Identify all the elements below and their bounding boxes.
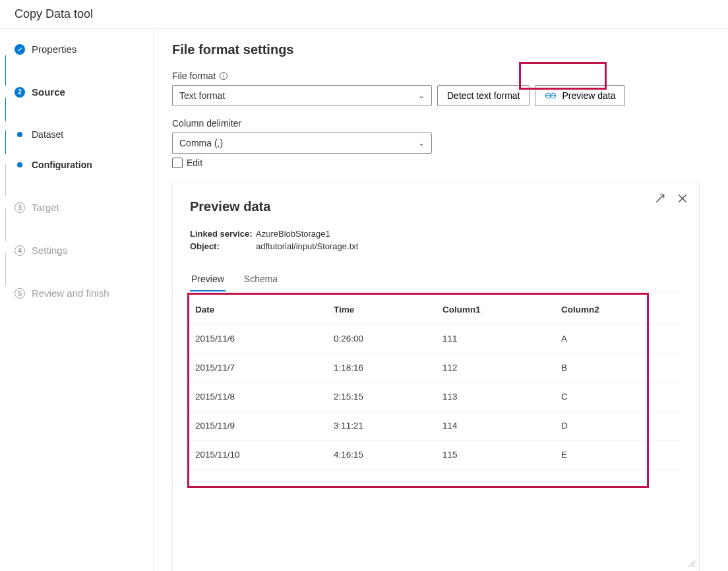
resize-handle-icon[interactable]	[687, 559, 696, 568]
table-header-row: Date Time Column1 Column2	[190, 295, 682, 324]
main-pane: File format settings File format i Text …	[154, 29, 728, 571]
preview-data-button[interactable]: Preview data	[535, 85, 625, 106]
table-cell: 2015/11/7	[190, 353, 328, 382]
table-cell: 3:11:21	[328, 411, 437, 440]
table-cell: 113	[437, 382, 556, 411]
table-cell: 2015/11/10	[190, 440, 328, 469]
panel-tabs: Preview Schema	[190, 268, 682, 291]
chevron-down-icon: ⌄	[418, 91, 425, 100]
step-label: Settings	[32, 245, 67, 256]
window-title-bar: Copy Data tool	[0, 0, 728, 29]
table-cell: D	[556, 411, 682, 440]
table-cell: 2:15:15	[328, 382, 437, 411]
col-header: Column2	[556, 295, 682, 324]
page-title: Copy Data tool	[15, 7, 93, 21]
step-number-icon: 4	[15, 245, 25, 256]
file-format-select[interactable]: Text format ⌄	[172, 85, 432, 106]
step-label: Source	[32, 86, 65, 98]
substep-dataset[interactable]: Dataset	[15, 129, 153, 140]
column-delimiter-label: Column delimiter	[172, 118, 710, 129]
substep-label: Configuration	[32, 160, 92, 170]
preview-data-panel: Preview data Linked service: AzureBlobSt…	[172, 183, 700, 571]
col-header: Time	[328, 295, 437, 324]
step-number-icon: 3	[15, 202, 25, 213]
detect-format-button[interactable]: Detect text format	[437, 85, 530, 106]
panel-title: Preview data	[190, 199, 682, 214]
table-cell: E	[556, 440, 682, 469]
object-label: Object:	[190, 241, 256, 251]
tab-preview[interactable]: Preview	[190, 268, 226, 291]
expand-icon[interactable]	[654, 193, 666, 204]
checkmark-icon	[15, 44, 25, 55]
close-icon[interactable]	[677, 193, 688, 204]
select-value: Comma (,)	[179, 138, 223, 148]
step-settings[interactable]: 4 Settings	[15, 245, 153, 256]
edit-checkbox-label: Edit	[187, 158, 202, 168]
table-cell: 2015/11/9	[190, 411, 328, 440]
step-number-icon: 5	[15, 288, 25, 299]
step-number-icon: 2	[15, 87, 25, 98]
table-cell: 112	[437, 353, 556, 382]
substep-dot-icon	[17, 132, 22, 137]
column-delimiter-select[interactable]: Comma (,) ⌄	[172, 133, 432, 154]
wizard-sidebar: Properties 2 Source Dataset Configuratio…	[0, 29, 154, 571]
linked-service-label: Linked service:	[190, 229, 256, 239]
table-cell: 4:16:15	[328, 440, 437, 469]
preview-table: Date Time Column1 Column2 2015/11/60:26:…	[190, 295, 682, 469]
table-cell: A	[556, 324, 682, 353]
linked-service-row: Linked service: AzureBlobStorage1	[190, 229, 682, 239]
table-cell: 114	[437, 411, 556, 440]
object-row: Object: adftutorial/input/Storage.txt	[190, 241, 682, 251]
substep-dot-icon	[17, 162, 22, 167]
step-review[interactable]: 5 Review and finish	[15, 287, 153, 299]
file-format-label: File format i	[172, 71, 710, 81]
table-row: 2015/11/60:26:00111A	[190, 324, 682, 353]
step-source[interactable]: 2 Source	[15, 86, 153, 98]
col-header: Date	[190, 295, 328, 324]
table-row: 2015/11/104:16:15115E	[190, 440, 682, 469]
substep-label: Dataset	[32, 129, 63, 140]
table-row: 2015/11/93:11:21114D	[190, 411, 682, 440]
edit-checkbox[interactable]	[172, 158, 183, 168]
table-cell: 111	[437, 324, 556, 353]
table-row: 2015/11/71:18:16112B	[190, 353, 682, 382]
linked-service-value: AzureBlobStorage1	[256, 229, 330, 239]
table-cell: 2015/11/6	[190, 324, 328, 353]
step-label: Target	[32, 202, 59, 213]
preview-icon	[545, 92, 557, 100]
table-cell: 115	[437, 440, 556, 469]
table-cell: 0:26:00	[328, 324, 437, 353]
info-icon[interactable]: i	[220, 72, 228, 80]
step-label: Properties	[32, 44, 76, 55]
chevron-down-icon: ⌄	[418, 138, 425, 148]
substep-configuration[interactable]: Configuration	[15, 160, 153, 170]
step-target[interactable]: 3 Target	[15, 202, 153, 213]
col-header: Column1	[437, 295, 556, 324]
table-cell: 2015/11/8	[190, 382, 328, 411]
step-label: Review and finish	[32, 287, 109, 299]
table-row: 2015/11/82:15:15113C	[190, 382, 682, 411]
content: Properties 2 Source Dataset Configuratio…	[0, 29, 728, 571]
table-cell: C	[556, 382, 682, 411]
step-properties[interactable]: Properties	[15, 44, 153, 55]
select-value: Text format	[179, 90, 225, 101]
table-cell: B	[556, 353, 682, 382]
table-cell: 1:18:16	[328, 353, 437, 382]
object-value: adftutorial/input/Storage.txt	[256, 241, 358, 251]
tab-schema[interactable]: Schema	[243, 268, 279, 291]
section-title: File format settings	[172, 42, 710, 57]
